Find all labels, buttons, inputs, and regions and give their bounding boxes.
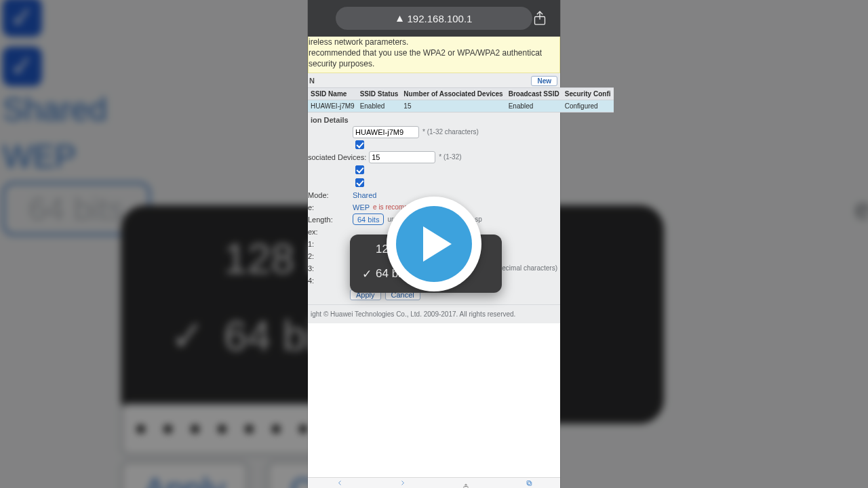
col-ssid-name: SSID Name <box>308 87 357 100</box>
copyright-text: ight © Huawei Technologies Co., Ltd. 200… <box>308 304 560 323</box>
hex-note: adecimal characters) <box>494 264 557 272</box>
ssid-table: SSID Name SSID Status Number of Associat… <box>308 87 614 113</box>
new-button[interactable]: New <box>531 76 557 86</box>
details-heading: ion Details <box>308 114 560 126</box>
address-text: 192.168.100.1 <box>408 13 473 24</box>
tabs-icon[interactable] <box>523 480 535 486</box>
col-ssid-status: SSID Status <box>357 87 401 100</box>
back-icon[interactable] <box>334 480 346 486</box>
forward-icon[interactable] <box>397 480 409 486</box>
auth-mode-select[interactable]: Shared <box>353 191 376 199</box>
play-button[interactable] <box>387 197 481 291</box>
enable-checkbox-2[interactable] <box>355 165 364 174</box>
address-bar[interactable]: 192.168.100.1 <box>336 7 532 30</box>
browser-top-bar: 192.168.100.1 <box>308 0 560 37</box>
share-bar-icon[interactable] <box>460 483 472 488</box>
play-icon <box>423 226 452 262</box>
enable-checkbox-1[interactable] <box>355 140 364 149</box>
insecure-icon <box>396 15 403 22</box>
col-security: Security Confi <box>562 87 614 100</box>
svg-rect-2 <box>527 481 530 485</box>
info-banner: ireless network parameters. recommended … <box>308 37 560 73</box>
browser-bottom-bar <box>308 477 560 488</box>
table-row[interactable]: HUAWEI-j7M9 Enabled 15 Enabled Configure… <box>308 100 614 112</box>
assoc-devices-input[interactable] <box>369 151 435 163</box>
share-icon <box>533 11 547 26</box>
encryption-select[interactable]: WEP <box>353 203 370 211</box>
key-length-select[interactable]: 64 bits <box>353 214 384 225</box>
enable-checkbox-3[interactable] <box>355 178 364 187</box>
share-button[interactable] <box>530 9 549 28</box>
svg-rect-3 <box>528 482 531 485</box>
section-heading: N <box>309 77 315 85</box>
ssid-name-input[interactable] <box>353 126 419 138</box>
col-assoc: Number of Associated Devices <box>401 87 505 100</box>
col-broadcast: Broadcast SSID <box>506 87 562 100</box>
